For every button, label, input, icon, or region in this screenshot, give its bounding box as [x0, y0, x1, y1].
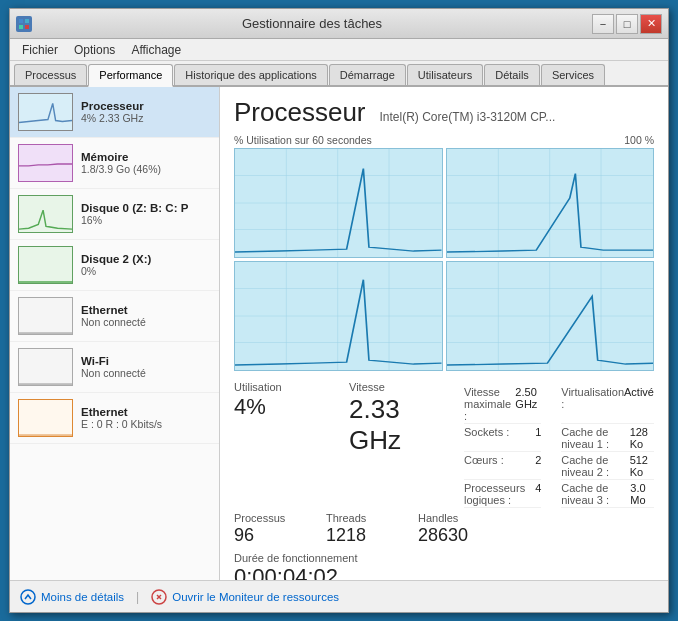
sidebar: Processeur 4% 2.33 GHz Mémoire 1.8/3.9 G… [10, 87, 220, 580]
sidebar-sub-disk0: 16% [81, 214, 211, 226]
utilization-label: Utilisation [234, 381, 329, 393]
sidebar-graph-disk2 [18, 246, 73, 284]
stat-threads: Threads 1218 [326, 512, 398, 546]
stat-handles: Handles 28630 [418, 512, 490, 546]
sidebar-item-disk2[interactable]: Disque 2 (X:) 0% [10, 240, 219, 291]
usage-label: % Utilisation sur 60 secondes [234, 134, 372, 146]
cpu-model: Intel(R) Core(TM) i3-3120M CP... [380, 110, 556, 124]
cpu-graph-2 [446, 148, 655, 258]
monitor-icon [151, 589, 167, 605]
menu-fichier[interactable]: Fichier [14, 41, 66, 59]
svg-rect-4 [19, 94, 72, 130]
bottom-bar: Moins de détails | Ouvrir le Moniteur de… [10, 580, 668, 612]
uptime-value: 0:00:04:02 [234, 564, 654, 580]
sidebar-item-memory[interactable]: Mémoire 1.8/3.9 Go (46%) [10, 138, 219, 189]
svg-rect-5 [19, 145, 72, 181]
info-key-cache1: Cache de niveau 1 : [561, 426, 629, 450]
info-row-cache3: Cache de niveau 3 : 3.0 Mo [561, 481, 654, 508]
sidebar-item-ethernet2[interactable]: Ethernet E : 0 R : 0 Kbits/s [10, 393, 219, 444]
uptime-label: Durée de fonctionnement [234, 552, 654, 564]
info-row-maxspeed: Vitesse maximale : 2.50 GHz [464, 385, 541, 424]
svg-rect-0 [19, 19, 23, 23]
maximize-button[interactable]: □ [616, 14, 638, 34]
info-val-logiques: 4 [535, 482, 541, 506]
cpu-graph-1 [234, 148, 443, 258]
info-key-maxspeed: Vitesse maximale : [464, 386, 515, 422]
stat-processes: Processus 96 [234, 512, 306, 546]
sidebar-item-ethernet1[interactable]: Ethernet Non connecté [10, 291, 219, 342]
sidebar-label-ethernet2: Ethernet [81, 406, 211, 418]
sidebar-label-cpu: Processeur [81, 100, 211, 112]
svg-rect-10 [19, 400, 72, 436]
svg-rect-7 [19, 247, 72, 283]
main-window: Gestionnaire des tâches − □ ✕ Fichier Op… [9, 8, 669, 613]
sidebar-item-cpu[interactable]: Processeur 4% 2.33 GHz [10, 87, 219, 138]
sidebar-label-disk2: Disque 2 (X:) [81, 253, 211, 265]
info-row-sockets: Sockets : 1 [464, 425, 541, 452]
stat-speed: Vitesse 2.33 GHz [349, 381, 444, 508]
sidebar-graph-ethernet1 [18, 297, 73, 335]
svg-point-35 [21, 590, 35, 604]
threads-label: Threads [326, 512, 398, 524]
stat-utilization: Utilisation 4% [234, 381, 329, 508]
sidebar-info-memory: Mémoire 1.8/3.9 Go (46%) [81, 151, 211, 175]
usage-label-row: % Utilisation sur 60 secondes 100 % [234, 134, 654, 146]
info-row-logiques: Processeurs logiques : 4 [464, 481, 541, 508]
sidebar-sub-cpu: 4% 2.33 GHz [81, 112, 211, 124]
tab-processus[interactable]: Processus [14, 64, 87, 85]
speed-label: Vitesse [349, 381, 444, 393]
menu-affichage[interactable]: Affichage [123, 41, 189, 59]
title-buttons: − □ ✕ [592, 14, 662, 34]
sidebar-sub-wifi: Non connecté [81, 367, 211, 379]
info-val-cache3: 3.0 Mo [630, 482, 654, 506]
speed-value: 2.33 GHz [349, 394, 444, 456]
sidebar-item-disk0[interactable]: Disque 0 (Z: B: C: P 16% [10, 189, 219, 240]
sidebar-graph-memory [18, 144, 73, 182]
usage-max: 100 % [624, 134, 654, 146]
window-icon [16, 16, 32, 32]
tab-services[interactable]: Services [541, 64, 605, 85]
less-details-button[interactable]: Moins de détails [20, 589, 124, 605]
cpu-graph-3 [234, 261, 443, 371]
sidebar-info-wifi: Wi-Fi Non connecté [81, 355, 211, 379]
info-grid: Vitesse maximale : 2.50 GHz Virtualisati… [464, 385, 654, 508]
info-row-virtualisation: Virtualisation : Activé [561, 385, 654, 424]
svg-rect-8 [19, 298, 72, 334]
processes-value: 96 [234, 525, 306, 546]
sidebar-label-memory: Mémoire [81, 151, 211, 163]
info-val-maxspeed: 2.50 GHz [515, 386, 541, 422]
menu-options[interactable]: Options [66, 41, 123, 59]
separator: | [136, 590, 139, 604]
svg-rect-3 [25, 25, 29, 29]
info-val-cache2: 512 Ko [630, 454, 654, 478]
info-key-cache2: Cache de niveau 2 : [561, 454, 629, 478]
less-details-label: Moins de détails [41, 591, 124, 603]
svg-rect-2 [19, 25, 23, 29]
tab-demarrage[interactable]: Démarrage [329, 64, 406, 85]
cpu-header: Processeur Intel(R) Core(TM) i3-3120M CP… [234, 97, 654, 128]
cpu-graph-4 [446, 261, 655, 371]
threads-value: 1218 [326, 525, 398, 546]
minimize-button[interactable]: − [592, 14, 614, 34]
info-key-coeurs: Cœurs : [464, 454, 504, 478]
cpu-graphs-grid [234, 148, 654, 371]
tab-utilisateurs[interactable]: Utilisateurs [407, 64, 483, 85]
window-title: Gestionnaire des tâches [32, 16, 592, 31]
info-row-coeurs: Cœurs : 2 [464, 453, 541, 480]
info-val-sockets: 1 [535, 426, 541, 450]
cpu-title: Processeur [234, 97, 366, 128]
sidebar-sub-ethernet1: Non connecté [81, 316, 211, 328]
sidebar-item-wifi[interactable]: Wi-Fi Non connecté [10, 342, 219, 393]
info-key-sockets: Sockets : [464, 426, 509, 450]
tab-details[interactable]: Détails [484, 64, 540, 85]
tab-performance[interactable]: Performance [88, 64, 173, 87]
info-val-coeurs: 2 [535, 454, 541, 478]
sidebar-sub-memory: 1.8/3.9 Go (46%) [81, 163, 211, 175]
stats-row-2: Processus 96 Threads 1218 Handles 28630 [234, 512, 654, 546]
info-key-cache3: Cache de niveau 3 : [561, 482, 630, 506]
close-button[interactable]: ✕ [640, 14, 662, 34]
tab-historique[interactable]: Historique des applications [174, 64, 327, 85]
sidebar-graph-disk0 [18, 195, 73, 233]
monitor-button[interactable]: Ouvrir le Moniteur de ressources [151, 589, 339, 605]
sidebar-label-disk0: Disque 0 (Z: B: C: P [81, 202, 211, 214]
